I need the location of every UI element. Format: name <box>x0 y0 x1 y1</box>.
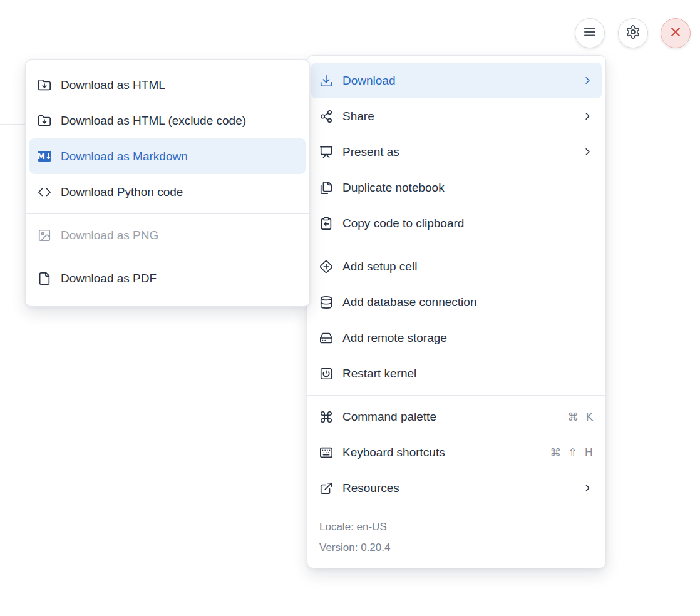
menu-item-label: Duplicate notebook <box>342 181 445 195</box>
menu-item-restart-kernel[interactable]: Restart kernel <box>311 356 602 391</box>
menu-item-add-remote-storage[interactable]: Add remote storage <box>311 320 602 356</box>
menu-item-download-python[interactable]: Download Python code <box>29 174 306 210</box>
menu-item-duplicate-notebook[interactable]: Duplicate notebook <box>311 170 602 205</box>
background-rule <box>0 83 28 83</box>
menu-item-share[interactable]: Share <box>311 98 602 134</box>
menu-item-label: Download as PDF <box>61 272 157 285</box>
menu-item-label: Resources <box>342 481 399 495</box>
notebook-menu-button[interactable] <box>575 18 605 48</box>
shortcut-hint: ⌘ ⇧ H <box>550 446 594 459</box>
presentation-icon <box>319 145 333 159</box>
file-icon <box>38 272 51 285</box>
menu-item-add-database[interactable]: Add database connection <box>311 284 602 320</box>
menu-item-download-markdown[interactable]: M↓ Download as Markdown <box>29 138 306 174</box>
menu-section-help: Command palette ⌘ K Keyboard shortcuts ⌘… <box>307 396 605 510</box>
share-icon <box>319 110 333 123</box>
menu-item-command-palette[interactable]: Command palette ⌘ K <box>311 399 602 434</box>
database-icon <box>319 295 333 309</box>
hard-drive-icon <box>319 331 333 345</box>
submenu-section-png: Download as PNG <box>26 214 309 257</box>
close-icon <box>668 24 683 42</box>
chevron-right-icon <box>582 110 594 122</box>
menu-item-label: Download <box>342 74 396 88</box>
menu-item-present-as[interactable]: Present as <box>311 134 602 170</box>
menu-footer: Locale: en-US Version: 0.20.4 <box>307 510 605 562</box>
download-submenu: Download as HTML Download as HTML (exclu… <box>25 59 310 307</box>
files-icon <box>319 181 333 195</box>
menu-item-label: Add database connection <box>342 295 476 309</box>
notebook-actions-menu: Download Share Present as <box>307 55 606 568</box>
folder-down-icon <box>38 78 51 92</box>
version-text: Version: 0.20.4 <box>319 537 594 558</box>
menu-item-download-png: Download as PNG <box>29 217 306 253</box>
menu-item-label: Download as HTML (exclude code) <box>61 114 246 128</box>
shutdown-button[interactable] <box>661 18 691 48</box>
menu-item-label: Add remote storage <box>342 331 447 345</box>
menu-item-copy-code[interactable]: Copy code to clipboard <box>311 205 602 241</box>
menu-item-resources[interactable]: Resources <box>311 470 602 506</box>
markdown-badge-icon: M↓ <box>38 150 51 163</box>
keyboard-icon <box>319 446 333 459</box>
gear-icon <box>625 24 641 42</box>
menu-item-label: Command palette <box>342 410 436 424</box>
chevron-right-icon <box>582 74 594 86</box>
menu-item-label: Download Python code <box>61 185 183 199</box>
chevron-right-icon <box>582 482 594 494</box>
image-icon <box>38 228 51 242</box>
settings-button[interactable] <box>618 18 648 48</box>
hamburger-icon <box>582 24 597 42</box>
shortcut-hint: ⌘ K <box>567 411 594 423</box>
chevron-right-icon <box>582 146 594 158</box>
menu-item-add-setup-cell[interactable]: Add setup cell <box>311 249 602 284</box>
submenu-section-formats: Download as HTML Download as HTML (exclu… <box>26 64 309 214</box>
square-power-icon <box>319 367 333 381</box>
menu-item-download-pdf[interactable]: Download as PDF <box>29 260 306 296</box>
command-icon <box>319 410 333 424</box>
background-rule <box>0 124 28 125</box>
menu-item-label: Download as HTML <box>61 78 165 92</box>
menu-section-notebook: Download Share Present as <box>307 59 605 245</box>
menu-item-download-html[interactable]: Download as HTML <box>29 67 306 103</box>
menu-item-download[interactable]: Download <box>311 63 602 98</box>
folder-down-icon <box>38 114 51 128</box>
menu-item-label: Restart kernel <box>342 367 416 381</box>
menu-item-label: Copy code to clipboard <box>342 217 464 230</box>
diamond-plus-icon <box>319 260 333 274</box>
code-icon <box>38 185 51 199</box>
locale-text: Locale: en-US <box>319 516 594 537</box>
submenu-section-pdf: Download as PDF <box>26 257 309 300</box>
menu-item-label: Keyboard shortcuts <box>342 446 445 459</box>
menu-item-keyboard-shortcuts[interactable]: Keyboard shortcuts ⌘ ⇧ H <box>311 434 602 470</box>
menu-item-label: Download as PNG <box>61 228 158 242</box>
download-icon <box>319 74 333 88</box>
menu-item-label: Share <box>342 110 374 123</box>
menu-item-label: Present as <box>342 145 399 159</box>
external-link-icon <box>319 481 333 495</box>
menu-item-download-html-exclude-code[interactable]: Download as HTML (exclude code) <box>29 103 306 138</box>
clipboard-copy-icon <box>319 217 333 230</box>
menu-item-label: Download as Markdown <box>61 150 188 163</box>
menu-item-label: Add setup cell <box>342 260 417 274</box>
menu-section-cells: Add setup cell Add database connection A… <box>307 245 605 396</box>
